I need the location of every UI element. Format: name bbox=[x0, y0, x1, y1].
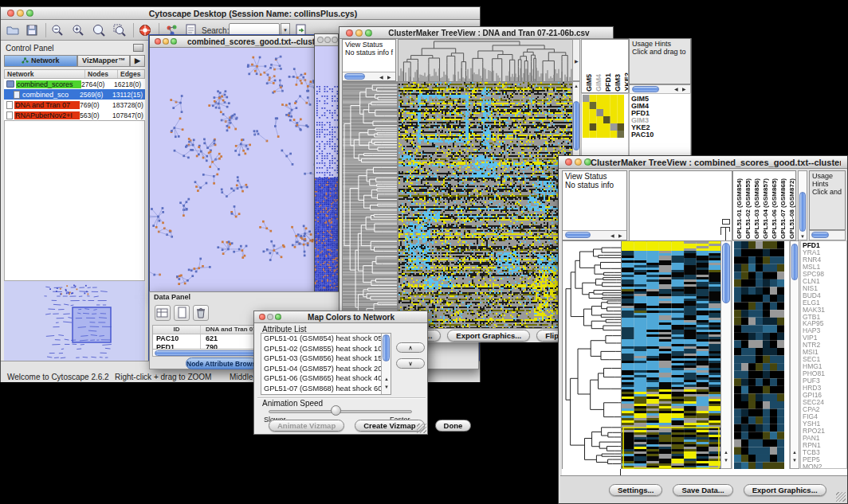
zoom-in-icon[interactable] bbox=[71, 23, 85, 37]
close-button[interactable] bbox=[317, 37, 324, 43]
column-label[interactable]: GIM4 bbox=[595, 74, 603, 92]
new-attribute-icon[interactable] bbox=[174, 305, 190, 321]
scroll-down-arrow[interactable]: ▼ bbox=[800, 234, 805, 239]
attribute-table-icon[interactable] bbox=[155, 305, 171, 321]
column-labels-vscrollbar[interactable]: ▼ bbox=[798, 170, 807, 240]
scroll-down-arrow[interactable]: ▼ bbox=[792, 458, 797, 463]
view-status-hscrollbar[interactable]: ◀ ▶ bbox=[343, 72, 395, 80]
network-list-row[interactable]: combined_sco 2569(6) 13112(15) bbox=[4, 89, 145, 100]
network-list-row[interactable]: RNAPuberNov2+I 563(0) 107847(0) bbox=[4, 110, 145, 120]
scrollbar-thumb[interactable] bbox=[344, 73, 365, 80]
attribute-item[interactable]: GPL51-01 (GSM854) heat shock 05 min bbox=[261, 334, 381, 344]
treeview-combined-titlebar[interactable]: ClusterMaker TreeView : combined_scores_… bbox=[559, 156, 847, 169]
close-button[interactable] bbox=[155, 38, 161, 45]
col-network[interactable]: Network bbox=[5, 70, 85, 78]
column-label[interactable]: GPL51-03 (GSM856) bbox=[753, 178, 760, 239]
treeview-button[interactable]: Settings... bbox=[609, 484, 662, 496]
column-label[interactable]: GIM3 bbox=[614, 74, 622, 92]
scroll-up-arrow[interactable]: ▲ bbox=[384, 377, 389, 381]
close-button[interactable] bbox=[565, 158, 572, 166]
scroll-up-arrow[interactable]: ▲ bbox=[574, 84, 579, 88]
scrollbar-thumb[interactable] bbox=[573, 101, 579, 150]
tab-network[interactable]: Network bbox=[4, 55, 77, 67]
scroll-left-arrow[interactable]: ◀ bbox=[674, 87, 678, 92]
animate-vizmap-button[interactable]: Animate Vizmap bbox=[269, 420, 344, 432]
global-heatmap-canvas[interactable] bbox=[398, 81, 574, 330]
tab-overflow-button[interactable]: ▶ bbox=[130, 55, 145, 67]
scroll-left-arrow[interactable]: ◀ bbox=[610, 233, 614, 238]
minimize-button[interactable] bbox=[575, 158, 582, 166]
node-attribute-browser-tab[interactable]: Node Attribute Browser bbox=[186, 357, 257, 369]
open-file-icon[interactable] bbox=[6, 23, 20, 37]
save-icon[interactable] bbox=[25, 23, 39, 37]
heatmap-vscrollbar[interactable]: ▲ ▼ bbox=[720, 240, 732, 469]
network-overview-canvas[interactable] bbox=[4, 281, 145, 364]
network-list-row[interactable]: combined_scores 2764(0) 16218(0) bbox=[4, 79, 145, 89]
treeview-dna-titlebar[interactable]: ClusterMaker TreeView : DNA and Tran 07-… bbox=[339, 26, 614, 39]
scroll-right-arrow[interactable]: ▶ bbox=[387, 75, 391, 80]
scroll-up-arrow[interactable]: ▲ bbox=[792, 450, 797, 455]
zoom-selected-icon[interactable] bbox=[112, 23, 127, 37]
move-up-button[interactable]: ∧ bbox=[396, 342, 425, 353]
treeview-button[interactable]: Save Data... bbox=[673, 484, 732, 496]
minimize-button[interactable] bbox=[163, 38, 169, 45]
scroll-up-arrow[interactable]: ▲ bbox=[724, 450, 728, 455]
minimize-button[interactable] bbox=[355, 29, 363, 37]
zoom-fit-icon[interactable] bbox=[92, 23, 106, 37]
scroll-down-arrow[interactable]: ▼ bbox=[384, 385, 389, 389]
scroll-left-arrow[interactable]: ◀ bbox=[379, 75, 383, 80]
close-button[interactable] bbox=[7, 10, 14, 17]
scrollbar-thumb[interactable] bbox=[722, 243, 730, 303]
attribute-list-vscrollbar[interactable]: ▲ ▼ bbox=[381, 334, 391, 394]
close-button[interactable] bbox=[259, 314, 265, 320]
resize-grip[interactable] bbox=[417, 424, 426, 433]
main-window-titlebar[interactable]: Cytoscape Desktop (Session Name: collins… bbox=[1, 7, 480, 20]
col-nodes[interactable]: Nodes bbox=[85, 70, 118, 78]
attribute-item[interactable]: GPL51-06 (GSM865) heat shock 40 min bbox=[261, 373, 381, 384]
column-label[interactable]: GPL51-02 (GSM855) bbox=[744, 178, 752, 239]
attribute-item[interactable]: GPL51-07 (GSM868) heat shock 60 min bbox=[261, 384, 381, 394]
split-divider[interactable] bbox=[620, 469, 621, 475]
usage-hints-hscrollbar[interactable] bbox=[809, 230, 846, 240]
background-window-titlebar[interactable] bbox=[315, 34, 338, 46]
zoom-out-icon[interactable] bbox=[50, 23, 65, 37]
done-button[interactable]: Done bbox=[435, 420, 472, 432]
column-scroll-strip[interactable]: ▶ bbox=[572, 39, 580, 81]
column-label[interactable]: GPL51-01 (GSM854) bbox=[736, 178, 743, 239]
column-dendrogram-canvas[interactable] bbox=[629, 170, 732, 242]
scrollbar-thumb[interactable] bbox=[799, 192, 806, 232]
speed-slider-thumb[interactable] bbox=[331, 405, 341, 416]
minimize-button[interactable] bbox=[324, 37, 331, 43]
global-heatmap-canvas[interactable] bbox=[621, 240, 722, 471]
zoom-window-button[interactable] bbox=[275, 314, 281, 320]
dialog-titlebar[interactable]: Map Colors to Network bbox=[254, 311, 427, 323]
scrollbar-thumb[interactable] bbox=[811, 232, 829, 238]
column-label[interactable]: GPL51-04 (GSM857) bbox=[762, 178, 769, 239]
scroll-right-arrow[interactable]: ▶ bbox=[682, 87, 686, 92]
zoom-window-button[interactable] bbox=[171, 38, 177, 45]
delete-attribute-icon[interactable] bbox=[193, 305, 209, 321]
gene-label[interactable]: MON2 bbox=[801, 463, 846, 469]
view-status-hscrollbar[interactable]: ◀ ▶ bbox=[563, 230, 626, 240]
scrollbar-thumb[interactable] bbox=[791, 244, 798, 280]
minimize-button[interactable] bbox=[267, 314, 273, 320]
scroll-right-arrow[interactable]: ▶ bbox=[618, 233, 622, 238]
resize-grip[interactable] bbox=[836, 492, 846, 502]
tab-vizmapper[interactable]: VizMapper™ bbox=[77, 55, 130, 67]
minimize-button[interactable] bbox=[17, 10, 24, 17]
network-canvas[interactable] bbox=[150, 48, 338, 295]
row-dendrogram-canvas[interactable] bbox=[562, 240, 622, 471]
attribute-item[interactable]: GPL51-04 (GSM857) heat shock 20 min bbox=[261, 364, 381, 374]
scroll-arrow[interactable]: ▶ bbox=[575, 59, 579, 64]
column-label[interactable]: GPL51-08 (GSM872) bbox=[788, 178, 795, 239]
col-edges[interactable]: Edges bbox=[118, 70, 144, 78]
column-label[interactable]: GPL51-06 (GSM865) bbox=[771, 178, 778, 239]
column-label[interactable]: GPL51-07 (GSM868) bbox=[779, 178, 787, 239]
column-label[interactable]: GIM5 bbox=[585, 74, 593, 92]
column-dendrogram-canvas[interactable] bbox=[398, 39, 574, 83]
zoomview-vscrollbar[interactable]: ▲ ▼ bbox=[790, 240, 799, 469]
background-network-canvas[interactable] bbox=[315, 46, 338, 294]
scrollbar-thumb[interactable] bbox=[632, 86, 659, 92]
attribute-item[interactable]: GPL51-02 (GSM855) heat shock 10 min bbox=[261, 344, 381, 354]
zoom-heatmap-canvas[interactable] bbox=[583, 95, 624, 138]
